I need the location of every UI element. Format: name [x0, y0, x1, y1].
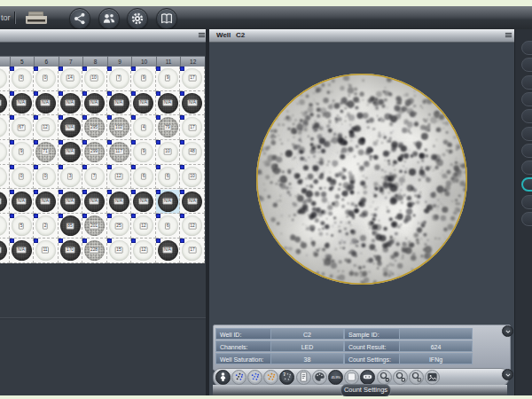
sidebar-tool-button[interactable]: [521, 58, 532, 72]
plate-well-cell[interactable]: N/A: [59, 115, 83, 140]
plate-well-cell[interactable]: N/A: [34, 91, 59, 116]
spots-gray-icon[interactable]: ?: [279, 370, 294, 385]
plate-well-cell[interactable]: 79: [156, 115, 181, 140]
plate-well-cell[interactable]: 0: [34, 165, 59, 190]
plate-well-cell[interactable]: N/A: [156, 91, 181, 116]
plate-well-cell[interactable]: 9: [156, 66, 181, 91]
plate-well-cell[interactable]: N/A: [82, 91, 107, 116]
sidebar-tool-button[interactable]: [521, 177, 532, 192]
plate-well-cell[interactable]: N/A: [180, 91, 205, 116]
plate-map[interactable]: 00141079917N/AN/AN/AN/AN/AN/AN/AN/AN/A67…: [0, 66, 205, 263]
plate-well-cell[interactable]: N/A: [82, 190, 107, 215]
plate-well-cell[interactable]: 6: [156, 214, 181, 239]
plate-well-cell[interactable]: N/A: [34, 190, 59, 215]
plate-well-cell[interactable]: 17: [180, 239, 205, 263]
spots-orange-icon[interactable]: [263, 370, 278, 385]
printer-icon[interactable]: [25, 9, 48, 30]
report-icon[interactable]: [296, 370, 311, 385]
book-icon[interactable]: [156, 8, 177, 29]
plate-well-cell[interactable]: 102: [107, 115, 132, 140]
plate-well-cell[interactable]: 3: [59, 165, 83, 190]
plate-well-cell[interactable]: 10: [82, 66, 107, 91]
settings-icon[interactable]: [127, 8, 148, 29]
info-scroll-down-icon[interactable]: [502, 325, 513, 337]
plate-well-cell[interactable]: 5: [10, 214, 35, 239]
plate-well-cell[interactable]: 15: [107, 239, 132, 263]
sidebar-tool-button[interactable]: [521, 212, 532, 226]
plate-well-cell[interactable]: 9: [10, 140, 35, 165]
plate-well-cell[interactable]: N/A: [107, 91, 132, 116]
spots-blue-icon[interactable]: [247, 370, 262, 385]
plate-well-cell[interactable]: [0, 140, 10, 165]
plate-well-cell[interactable]: 48: [180, 140, 205, 165]
plate-well-cell[interactable]: N/A: [0, 239, 10, 263]
plate-well-cell[interactable]: N/A: [10, 239, 35, 263]
plate-well-cell[interactable]: [0, 115, 10, 140]
users-icon[interactable]: [98, 8, 120, 29]
plate-well-cell[interactable]: N/A: [59, 91, 83, 116]
plate-well-cell[interactable]: 17: [180, 115, 205, 140]
plate-well-cell[interactable]: 12: [180, 214, 205, 239]
plate-well-cell[interactable]: N/A: [0, 91, 10, 116]
plate-well-cell[interactable]: N/A: [107, 190, 132, 215]
plate-well-cell[interactable]: N/A: [156, 239, 181, 263]
plate-well-cell[interactable]: N/A: [10, 91, 35, 116]
plate-well-cell[interactable]: 0: [10, 66, 35, 91]
scale-icon[interactable]: [360, 370, 375, 385]
saturation-percent-icon[interactable]: 45.9%: [328, 370, 343, 385]
sidebar-tool-button[interactable]: [521, 144, 532, 158]
sidebar-tool-button[interactable]: [521, 127, 532, 141]
plate-well-cell[interactable]: 67: [10, 115, 35, 140]
sidebar-tool-button[interactable]: [521, 195, 532, 209]
frame-icon[interactable]: [344, 370, 359, 385]
sidebar-tool-button[interactable]: [521, 109, 532, 123]
plate-well-cell[interactable]: 4: [131, 115, 156, 140]
sidebar-tool-button[interactable]: [521, 41, 532, 55]
plate-well-cell[interactable]: 85: [59, 214, 83, 239]
plate-well-cell[interactable]: 228: [82, 239, 107, 263]
plate-well-cell[interactable]: 71: [34, 140, 59, 165]
plate-well-cell[interactable]: 10: [180, 165, 205, 190]
zoom-reset-icon[interactable]: [409, 370, 424, 385]
plate-well-cell[interactable]: 6: [131, 165, 156, 190]
plate-well-cell[interactable]: 10: [156, 140, 181, 165]
plate-well-cell[interactable]: N/A: [0, 190, 10, 215]
toolbar-scroll-down-icon[interactable]: [502, 369, 513, 380]
plate-well-cell[interactable]: 14: [59, 66, 83, 91]
zoom-out-icon[interactable]: [377, 370, 392, 385]
plate-well-cell[interactable]: 6: [156, 165, 181, 190]
plate-well-cell[interactable]: 117: [107, 140, 132, 165]
plate-well-cell[interactable]: 0: [10, 165, 35, 190]
plate-well-cell[interactable]: 7: [82, 165, 107, 190]
plate-well-cell[interactable]: 7: [107, 66, 132, 91]
well-panel-menu-icon[interactable]: [504, 30, 512, 39]
zoom-in-icon[interactable]: [393, 370, 408, 385]
plate-well-cell[interactable]: 12: [34, 115, 59, 140]
plate-well-cell[interactable]: 201: [82, 214, 107, 239]
plate-well-cell[interactable]: 12: [131, 214, 156, 239]
plate-well-cell[interactable]: [0, 165, 10, 190]
plate-well-cell[interactable]: N/A: [59, 190, 83, 215]
plate-well-cell[interactable]: 9: [131, 66, 156, 91]
plate-well-cell[interactable]: 25: [107, 214, 132, 239]
plate-well-cell[interactable]: 17: [180, 66, 205, 91]
plate-well-cell[interactable]: 299: [82, 140, 107, 165]
plate-well-cell[interactable]: 11: [34, 239, 59, 263]
plate-well-cell[interactable]: 12: [107, 165, 132, 190]
plate-panel-menu-icon[interactable]: [197, 30, 206, 39]
spots-counted-icon[interactable]: [231, 370, 246, 385]
palette-icon[interactable]: [312, 370, 327, 385]
plate-well-cell[interactable]: N/A: [59, 140, 83, 165]
plate-well-cell[interactable]: 2: [34, 214, 59, 239]
person-icon[interactable]: [215, 370, 231, 385]
plate-well-cell[interactable]: N/A: [131, 190, 156, 215]
share-icon[interactable]: [69, 8, 90, 29]
sidebar-tool-button[interactable]: [521, 160, 532, 175]
plate-well-cell[interactable]: 9: [131, 140, 156, 165]
well-image[interactable]: [254, 71, 470, 287]
plate-well-cell[interactable]: 12: [131, 239, 156, 263]
plate-well-cell[interactable]: [0, 214, 10, 239]
plate-well-cell[interactable]: [0, 66, 10, 91]
plate-well-cell[interactable]: N/A: [180, 190, 205, 215]
plate-well-cell[interactable]: 0: [34, 66, 59, 91]
